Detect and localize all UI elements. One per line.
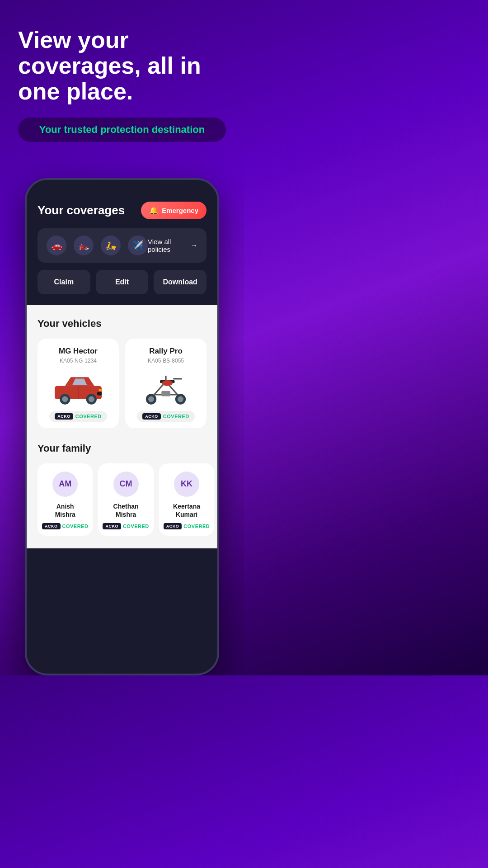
covered-text-chethan: COVERED <box>123 524 149 529</box>
family-name-keertana: KeertanaKumari <box>173 502 200 519</box>
scooter-policy-icon[interactable]: 🛵 <box>101 236 121 255</box>
svg-point-4 <box>89 396 94 402</box>
vehicle-covered-badge-rally: ACKO COVERED <box>137 411 194 422</box>
car-policy-icon[interactable]: 🚗 <box>47 236 66 255</box>
vehicles-section-title: Your vehicles <box>38 318 206 330</box>
phone-frame: Your coverages 🔔 Emergency 🚗 🏍️ 🛵 ✈️ <box>25 178 219 675</box>
acko-brand-chethan: ACKO <box>103 523 121 529</box>
bike-policy-icon[interactable]: 🏍️ <box>74 236 94 255</box>
emergency-button[interactable]: 🔔 Emergency <box>141 202 206 219</box>
view-all-policies-link[interactable]: View all policies → <box>148 238 197 253</box>
family-name-anish: AnishMishra <box>55 502 75 519</box>
phone-inner: Your coverages 🔔 Emergency 🚗 🏍️ 🛵 ✈️ <box>27 193 217 548</box>
phone-notch <box>95 180 149 193</box>
download-label: Download <box>163 278 197 286</box>
covered-text-rally: COVERED <box>163 414 189 419</box>
family-card-keertana[interactable]: KK KeertanaKumari ACKO COVERED <box>159 463 214 536</box>
edit-label: Edit <box>115 278 129 286</box>
arrow-right-icon: → <box>191 241 197 249</box>
dark-section: Your coverages 🔔 Emergency 🚗 🏍️ 🛵 ✈️ <box>27 193 217 305</box>
coverages-title: Your coverages <box>38 203 125 217</box>
policy-icons-group: 🚗 🏍️ 🛵 ✈️ <box>47 236 148 255</box>
travel-policy-icon[interactable]: ✈️ <box>128 236 148 255</box>
avatar-keertana: KK <box>174 472 199 497</box>
vehicle-card-mg-hector[interactable]: MG Hector KA05-NG-1234 <box>38 339 119 428</box>
family-section-title: Your family <box>38 443 206 454</box>
acko-brand-anish: ACKO <box>42 523 61 529</box>
covered-text-mg: COVERED <box>75 414 102 419</box>
family-grid: AM AnishMishra ACKO COVERED CM ChethanMi… <box>38 463 206 536</box>
claim-button[interactable]: Claim <box>38 270 90 294</box>
family-covered-chethan: ACKO COVERED <box>103 523 149 529</box>
covered-text-keertana: COVERED <box>183 524 210 529</box>
vehicle-card-rally-pro[interactable]: Rally Pro KA05-BS-8055 <box>125 339 206 428</box>
white-section: Your vehicles MG Hector KA05-NG-1234 <box>27 305 217 548</box>
acko-brand-mg: ACKO <box>55 413 73 420</box>
bell-icon: 🔔 <box>149 206 158 215</box>
svg-point-19 <box>148 396 154 402</box>
action-buttons: Claim Edit Download <box>38 270 206 294</box>
view-all-label: View all policies <box>148 238 188 253</box>
hero-subtitle-pill: Your trusted protection destination <box>18 118 226 142</box>
family-covered-keertana: ACKO COVERED <box>164 523 210 529</box>
hero-subtitle: Your trusted protection destination <box>39 124 205 135</box>
acko-brand-keertana: ACKO <box>164 523 182 529</box>
vehicle-plate-rally: KA05-BS-8055 <box>148 358 184 364</box>
edit-button[interactable]: Edit <box>96 270 149 294</box>
claim-label: Claim <box>54 278 74 286</box>
svg-point-2 <box>62 396 68 402</box>
vehicle-covered-badge-mg: ACKO COVERED <box>49 411 107 422</box>
vehicles-section: Your vehicles MG Hector KA05-NG-1234 <box>38 318 206 428</box>
hero-title: View your coverages, all in one place. <box>18 27 226 105</box>
bike-image <box>136 369 195 406</box>
policy-bar: 🚗 🏍️ 🛵 ✈️ View all policies → <box>38 228 206 263</box>
svg-rect-5 <box>99 389 103 391</box>
acko-brand-rally: ACKO <box>142 413 161 420</box>
phone-wrapper: Your coverages 🔔 Emergency 🚗 🏍️ 🛵 ✈️ <box>0 160 244 675</box>
svg-rect-6 <box>97 392 102 395</box>
emergency-label: Emergency <box>162 207 198 214</box>
hero-section: View your coverages, all in one place. Y… <box>0 0 244 160</box>
svg-point-15 <box>162 380 173 386</box>
download-button[interactable]: Download <box>154 270 206 294</box>
avatar-chethan: CM <box>113 472 139 497</box>
avatar-anish: AM <box>52 472 78 497</box>
coverages-header: Your coverages 🔔 Emergency <box>38 202 206 219</box>
svg-rect-20 <box>161 391 170 396</box>
svg-rect-13 <box>173 378 182 379</box>
family-covered-anish: ACKO COVERED <box>42 523 88 529</box>
family-card-chethan[interactable]: CM ChethanMishra ACKO COVERED <box>98 463 153 536</box>
vehicles-grid: MG Hector KA05-NG-1234 <box>38 339 206 428</box>
vehicle-name-rally: Rally Pro <box>149 347 183 356</box>
family-name-chethan: ChethanMishra <box>113 502 139 519</box>
vehicle-plate-mg: KA05-NG-1234 <box>60 358 97 364</box>
family-section: Your family AM AnishMishra ACKO COVERED <box>38 443 206 536</box>
covered-text-anish: COVERED <box>62 524 89 529</box>
vehicle-name-mg: MG Hector <box>59 347 98 356</box>
family-card-anish[interactable]: AM AnishMishra ACKO COVERED <box>38 463 93 536</box>
svg-point-17 <box>178 396 183 402</box>
car-image <box>49 369 108 406</box>
